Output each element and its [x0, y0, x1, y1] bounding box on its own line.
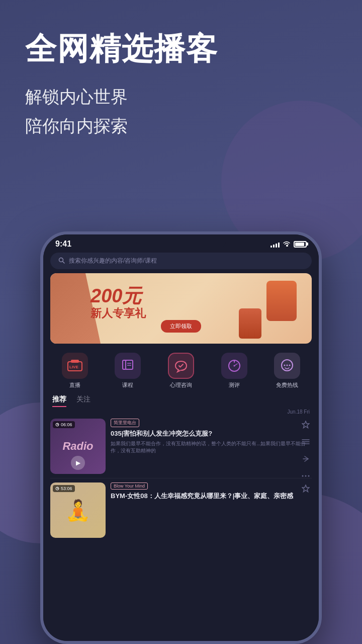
- icon-label-consult: 心理咨询: [170, 381, 192, 389]
- svg-point-12: [233, 365, 235, 367]
- banner[interactable]: 200元 新人专享礼 立即领取: [50, 273, 312, 344]
- svg-rect-3: [71, 360, 79, 363]
- content-card-2: 53:06 🧘 Blow Your Mind BYM-女性08：人生幸福感究竟从…: [50, 482, 312, 538]
- svg-point-14: [284, 365, 286, 366]
- svg-point-23: [302, 475, 304, 477]
- card-title-2: BYM-女性08：人生幸福感究竟从哪里来？|事业、家庭、亲密感: [111, 492, 312, 501]
- icon-label-hotline: 免费热线: [276, 381, 298, 389]
- share-icon-1[interactable]: [300, 453, 312, 465]
- search-icon: [58, 257, 65, 265]
- signal-bars-icon: [270, 240, 280, 248]
- star-icon-2[interactable]: [300, 482, 312, 495]
- phone-frame: 9:41: [40, 231, 322, 644]
- main-title: 全网精选播客: [25, 30, 337, 67]
- icon-label-course: 课程: [122, 381, 133, 389]
- battery-fill: [295, 243, 304, 246]
- svg-point-25: [308, 475, 310, 477]
- icon-label-live: 直播: [69, 381, 80, 389]
- feature-icons-row: LIVE 直播 课程: [43, 349, 319, 391]
- card-divider: [50, 478, 312, 478]
- svg-marker-18: [302, 421, 309, 428]
- banner-deco-gift1: [266, 281, 297, 321]
- card-thumb-2: 53:06 🧘: [50, 482, 106, 538]
- card-duration-badge-1: 06:06: [53, 421, 75, 428]
- signal-bar-3: [276, 244, 277, 248]
- svg-text:LIVE: LIVE: [69, 365, 78, 369]
- icon-item-course[interactable]: 课程: [115, 353, 141, 389]
- tab-recommend[interactable]: 推荐: [52, 395, 66, 407]
- phone-mockup: 9:41: [40, 231, 322, 644]
- svg-rect-6: [126, 360, 133, 369]
- card-actions-2: [300, 482, 312, 495]
- battery-icon: [294, 241, 307, 248]
- banner-main-text: 200元: [90, 283, 141, 309]
- star-icon-1[interactable]: [300, 419, 312, 431]
- signal-bar-4: [278, 243, 280, 248]
- wifi-icon: [283, 240, 291, 248]
- menu-icon-1[interactable]: [300, 436, 312, 448]
- icon-item-consult[interactable]: 心理咨询: [168, 353, 194, 389]
- header-section: 全网精选播客 解锁内心世界 陪你向内探索: [0, 0, 362, 151]
- sub-title: 解锁内心世界 陪你向内探索: [25, 83, 337, 141]
- icon-circle-test: [221, 353, 247, 379]
- card-actions-1: [300, 419, 312, 482]
- icon-circle-course: [115, 353, 141, 379]
- svg-marker-27: [302, 485, 309, 492]
- card-desc-1: 如果我们最早不能合作，没有互助精神的话，整个人类的不能只有...如果我们最早不能…: [111, 440, 312, 454]
- signal-bar-2: [273, 245, 275, 248]
- status-time: 9:41: [55, 239, 71, 249]
- icon-circle-consult: [168, 353, 194, 379]
- phone-notch: [136, 234, 226, 250]
- card-play-button-1[interactable]: ▶: [71, 456, 85, 470]
- icon-label-test: 测评: [229, 381, 240, 389]
- card-thumb-1: 06:06 Radio ▶: [50, 419, 106, 474]
- svg-line-1: [63, 261, 65, 263]
- icon-item-hotline[interactable]: 免费热线: [274, 353, 300, 389]
- icon-item-test[interactable]: 测评: [221, 353, 247, 389]
- card-duration-badge-2: 53:06: [53, 485, 75, 492]
- card-info-2: Blow Your Mind BYM-女性08：人生幸福感究竟从哪里来？|事业、…: [111, 482, 312, 538]
- banner-button[interactable]: 立即领取: [161, 320, 201, 333]
- icon-item-live[interactable]: LIVE 直播: [62, 353, 88, 389]
- content-card-1: 06:06 Radio ▶ 简里里电台 035|害怕和别人发生冲突怎么克服? 如…: [50, 419, 312, 474]
- tab-follow[interactable]: 关注: [76, 395, 90, 407]
- signal-bar-1: [270, 246, 272, 248]
- more-icon-1[interactable]: [300, 470, 312, 482]
- status-icons: [270, 240, 307, 248]
- icon-circle-hotline: [274, 353, 300, 379]
- search-placeholder: 搜索你感兴趣的内容/咨询师/课程: [69, 257, 157, 265]
- svg-point-15: [287, 365, 288, 366]
- svg-point-16: [289, 365, 291, 366]
- date-label: Jun.18 Fri: [43, 409, 319, 417]
- bym-figure-icon: 🧘: [65, 499, 90, 522]
- tagline-line2: 陪你向内探索: [25, 112, 337, 141]
- card-thumb-label-1: Radio: [62, 440, 93, 453]
- card-tag-2: Blow Your Mind: [111, 482, 148, 490]
- card-info-1: 简里里电台 035|害怕和别人发生冲突怎么克服? 如果我们最早不能合作，没有互助…: [111, 419, 312, 474]
- tagline-line1: 解锁内心世界: [25, 83, 337, 112]
- banner-deco-gift2: [239, 308, 261, 339]
- banner-sub-text: 新人专享礼: [90, 306, 146, 321]
- content-tabs: 推荐 关注: [43, 391, 319, 409]
- card-tag-1: 简里里电台: [111, 419, 139, 427]
- phone-content: 9:41: [43, 234, 319, 641]
- card-title-1: 035|害怕和别人发生冲突怎么克服?: [111, 429, 312, 438]
- icon-circle-live: LIVE: [62, 353, 88, 379]
- search-bar[interactable]: 搜索你感兴趣的内容/咨询师/课程: [50, 253, 312, 269]
- svg-point-24: [305, 475, 307, 477]
